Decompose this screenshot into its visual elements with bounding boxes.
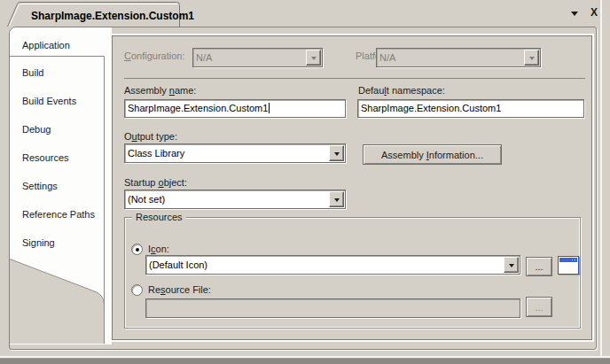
project-designer-window: SharpImage.Extension.Custom1 X Applicati…	[0, 0, 610, 364]
startup-object-label: Startup object:	[124, 177, 187, 188]
icon-radio-label: Icon:	[148, 244, 169, 254]
separator-line	[124, 78, 585, 79]
sidebar-tab-build[interactable]: Build	[11, 58, 103, 87]
sidebar-tab-signing[interactable]: Signing	[11, 228, 103, 257]
resource-file-input	[145, 298, 520, 318]
configuration-combobox: N/A	[192, 48, 323, 67]
sidebar-tab-build-events[interactable]: Build Events	[11, 87, 103, 115]
browse-icon-button[interactable]: ...	[526, 257, 552, 276]
icon-combobox[interactable]: (Default Icon)	[145, 255, 520, 275]
default-namespace-label: Default namespace:	[358, 85, 445, 96]
resource-file-radio-button[interactable]	[131, 284, 143, 296]
browse-resource-file-button: ...	[526, 297, 552, 317]
text-caret	[269, 103, 270, 113]
resources-groupbox: Resources Icon: (Default Icon) ... Resou…	[124, 217, 581, 329]
sidebar-tab-reference-paths[interactable]: Reference Paths	[11, 200, 103, 228]
dropdown-arrow-icon	[334, 198, 340, 205]
configuration-dropdown-button	[306, 50, 321, 66]
platform-combobox: N/A	[376, 48, 541, 67]
startup-object-combobox[interactable]: (Not set)	[124, 190, 346, 209]
sidebar-tab-resources[interactable]: Resources	[11, 143, 103, 172]
sidebar-tab-settings[interactable]: Settings	[11, 172, 103, 200]
document-tab-title: SharpImage.Extension.Custom1	[31, 10, 194, 22]
application-page-panel: Configuration: N/A Platform: N/A Assembl…	[112, 35, 592, 340]
window-bottom-edge	[0, 358, 610, 364]
window-right-edge	[600, 0, 602, 357]
assembly-name-input[interactable]: SharpImage.Extension.Custom1	[124, 99, 346, 118]
default-namespace-input[interactable]: SharpImage.Extension.Custom1	[357, 99, 584, 118]
configuration-label: Configuration:	[124, 50, 185, 61]
window-menu-icon	[571, 12, 578, 19]
dropdown-arrow-icon	[529, 57, 535, 63]
dropdown-arrow-icon	[311, 57, 317, 63]
resources-group-label: Resources	[132, 212, 186, 222]
close-button[interactable]: X	[587, 5, 601, 19]
startup-object-dropdown-button[interactable]	[329, 191, 344, 207]
output-type-combobox[interactable]: Class Library	[124, 143, 346, 163]
dropdown-arrow-icon	[334, 152, 340, 159]
output-type-dropdown-button[interactable]	[329, 145, 344, 161]
dropdown-arrow-icon	[509, 264, 514, 270]
sidebar-tab-debug[interactable]: Debug	[11, 115, 103, 143]
assembly-name-label: Assembly name:	[124, 85, 196, 96]
window-menu-button[interactable]	[567, 6, 582, 19]
icon-preview-titlebar	[559, 258, 577, 262]
resource-file-radio-label: Resource File:	[148, 284, 211, 295]
radio-selected-dot	[136, 248, 139, 252]
icon-dropdown-button[interactable]	[504, 257, 519, 273]
default-icon-preview	[558, 256, 579, 275]
output-type-label: Output type:	[124, 131, 177, 142]
assembly-information-button[interactable]: Assembly Information...	[363, 144, 502, 165]
document-tab[interactable]: SharpImage.Extension.Custom1	[7, 2, 180, 27]
close-icon: X	[590, 6, 598, 19]
icon-radio-button[interactable]	[131, 244, 143, 255]
sidebar-tab-application[interactable]: Application	[11, 34, 103, 57]
platform-dropdown-button	[524, 50, 539, 66]
